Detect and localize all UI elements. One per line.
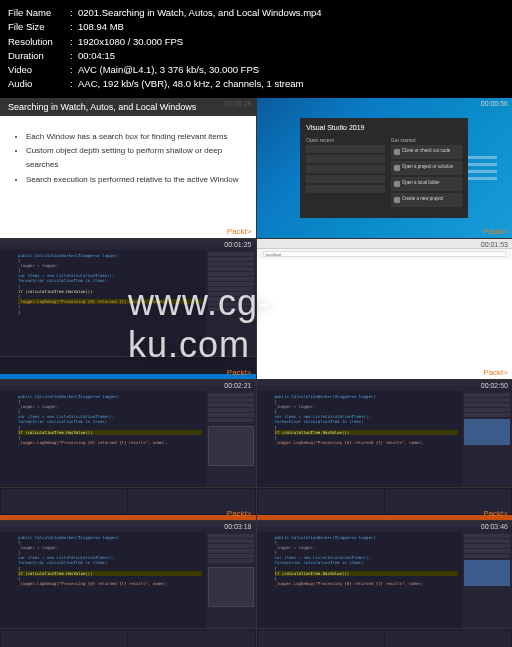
solution-explorer: [462, 532, 512, 628]
brand-label: Packt>: [227, 227, 252, 236]
ide-left-gutter: [257, 391, 271, 487]
properties-panel: [208, 426, 254, 466]
thumbnail-8[interactable]: 00:03:46 public CalculationWorker(ILogge…: [257, 521, 513, 648]
ide-left-gutter: [0, 250, 14, 356]
get-started-label: Get started: [391, 137, 462, 143]
bullet-3: Search execution is performed relative t…: [26, 173, 242, 187]
thumbnail-7[interactable]: 00:03:18 public CalculationWorker(ILogge…: [0, 521, 256, 648]
separator: :: [70, 6, 78, 20]
open-recent-column: Open recent: [306, 137, 385, 209]
slide-title: Searching in Watch, Autos, and Local Win…: [0, 98, 256, 116]
recent-item: [306, 155, 385, 163]
browser-tabs: [257, 239, 513, 249]
ide-status-bar: [0, 374, 256, 379]
audio-row: Audio : AAC, 192 kb/s (VBR), 48.0 kHz, 2…: [8, 77, 504, 91]
ide-status-bar-debugging: [0, 515, 256, 520]
solution-explorer: [462, 391, 512, 487]
code-editor: public CalculationWorker(ILogger<> logge…: [14, 532, 206, 628]
duration-value: 00:04:15: [78, 49, 115, 63]
get-started-column: Get started Clone or check out code Open…: [391, 137, 462, 209]
timestamp: 00:00:56: [481, 100, 508, 107]
ide-main: public CalculationWorker(ILogger<> logge…: [0, 532, 256, 628]
duration-row: Duration : 00:04:15: [8, 49, 504, 63]
recent-item: [306, 185, 385, 193]
code-editor: public CalculationWorker(ILogger<> logge…: [14, 250, 206, 356]
code-editor: public CalculationWorker(ILogger<> logge…: [271, 391, 463, 487]
video-row: Video : AVC (Main@L4.1), 3 376 kb/s, 30.…: [8, 63, 504, 77]
timestamp: 00:01:53: [481, 241, 508, 248]
solution-explorer: [206, 391, 256, 487]
recent-item: [306, 145, 385, 153]
recent-item: [306, 165, 385, 173]
ide-main: public CalculationWorker(ILogger<> logge…: [257, 391, 513, 487]
thumbnails-grid: 00:00:28 Searching in Watch, Autos, and …: [0, 98, 512, 648]
separator: :: [70, 20, 78, 34]
thumbnail-2[interactable]: 00:00:56 Visual Studio 2019 Open recent …: [257, 98, 513, 238]
brand-label: Packt>: [483, 368, 508, 377]
plus-icon: [394, 197, 400, 203]
brand-label: Packt>: [483, 227, 508, 236]
file-size-label: File Size: [8, 20, 70, 34]
resolution-label: Resolution: [8, 35, 70, 49]
ide-main: public CalculationWorker(ILogger<> logge…: [257, 532, 513, 628]
thumbnail-5[interactable]: 00:02:21 public CalculationWorker(ILogge…: [0, 380, 256, 520]
watch-cell: [385, 630, 511, 648]
bullet-2: Custom object depth setting to perform s…: [26, 144, 242, 173]
action-open-project: Open a project or solution: [391, 161, 462, 175]
clone-icon: [394, 149, 400, 155]
resolution-value: 1920x1080 / 30.000 FPS: [78, 35, 183, 49]
watch-window: [0, 487, 256, 515]
browser-viewport: [257, 259, 513, 379]
ide-main: public CalculationWorker(ILogger<> logge…: [0, 391, 256, 487]
thumbnail-4[interactable]: 00:01:53 localhost Packt>: [257, 239, 513, 379]
action-clone: Clone or check out code: [391, 145, 462, 159]
code-editor: public CalculationWorker(ILogger<> logge…: [14, 391, 206, 487]
file-name-value: 0201.Searching in Watch, Autos, and Loca…: [78, 6, 322, 20]
separator: :: [70, 35, 78, 49]
timestamp: 00:02:50: [481, 382, 508, 389]
thumbnail-1[interactable]: 00:00:28 Searching in Watch, Autos, and …: [0, 98, 256, 238]
action-create-new: Create a new project: [391, 193, 462, 207]
watch-window: [0, 628, 256, 648]
action-open-folder: Open a local folder: [391, 177, 462, 191]
timestamp: 00:02:21: [224, 382, 251, 389]
video-value: AVC (Main@L4.1), 3 376 kb/s, 30.000 FPS: [78, 63, 259, 77]
ide-status-bar-debugging: [257, 515, 513, 520]
timestamp: 00:01:25: [224, 241, 251, 248]
folder-icon: [394, 165, 400, 171]
watch-window: [257, 487, 513, 515]
ide-main: public CalculationWorker(ILogger<> logge…: [0, 250, 256, 356]
watch-cell: [258, 630, 384, 648]
highlighted-panel: [464, 560, 510, 586]
recent-item: [306, 175, 385, 183]
timestamp: 00:03:46: [481, 523, 508, 530]
slide-body: Each Window has a search box for finding…: [0, 116, 256, 202]
ide-output-panel: [0, 356, 256, 374]
resolution-row: Resolution : 1920x1080 / 30.000 FPS: [8, 35, 504, 49]
thumbnail-6[interactable]: 00:02:50 public CalculationWorker(ILogge…: [257, 380, 513, 520]
ide-left-gutter: [0, 391, 14, 487]
bullet-1: Each Window has a search box for finding…: [26, 130, 242, 144]
watch-cell: [128, 630, 254, 648]
file-size-row: File Size : 108.94 MB: [8, 20, 504, 34]
file-name-label: File Name: [8, 6, 70, 20]
solution-explorer: [206, 532, 256, 628]
audio-value: AAC, 192 kb/s (VBR), 48.0 kHz, 2 channel…: [78, 77, 303, 91]
watch-window: [257, 628, 513, 648]
folder-icon: [394, 181, 400, 187]
code-editor: public CalculationWorker(ILogger<> logge…: [271, 532, 463, 628]
duration-label: Duration: [8, 49, 70, 63]
watch-cell: [1, 630, 127, 648]
audio-label: Audio: [8, 77, 70, 91]
file-name-row: File Name : 0201.Searching in Watch, Aut…: [8, 6, 504, 20]
thumbnail-3[interactable]: 00:01:25 public CalculationWorker(ILogge…: [0, 239, 256, 379]
ide-left-gutter: [257, 532, 271, 628]
video-label: Video: [8, 63, 70, 77]
highlighted-panel: [464, 419, 510, 445]
vs-title: Visual Studio 2019: [306, 124, 462, 131]
timestamp: 00:00:28: [224, 100, 251, 107]
properties-panel: [208, 567, 254, 607]
brand-label: Packt>: [227, 368, 252, 377]
timestamp: 00:03:18: [224, 523, 251, 530]
brand-label: Packt>: [227, 509, 252, 518]
